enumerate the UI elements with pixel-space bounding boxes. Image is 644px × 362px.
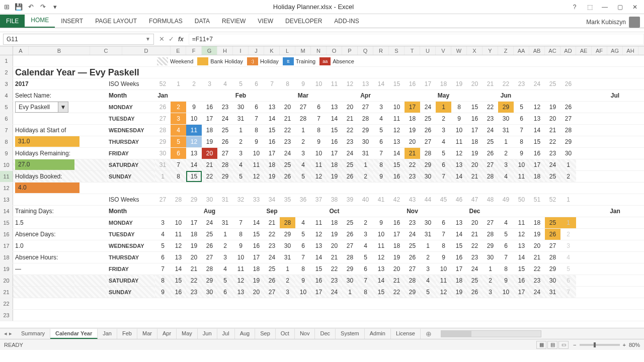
cell[interactable] — [74, 206, 107, 217]
cell[interactable] — [74, 78, 107, 89]
cell[interactable]: 9 — [295, 275, 311, 286]
formula-bar[interactable]: =F11+7 — [189, 34, 644, 45]
cell[interactable]: 15 — [529, 136, 545, 147]
cell[interactable]: 27 — [155, 113, 171, 124]
cell[interactable]: 2 — [358, 217, 373, 228]
cell[interactable] — [74, 252, 107, 263]
cell[interactable] — [74, 159, 107, 170]
cell[interactable]: 2 — [498, 148, 514, 159]
cell[interactable]: 13 — [311, 240, 327, 251]
cell[interactable] — [74, 90, 107, 101]
cell[interactable]: 5 — [295, 229, 311, 240]
cell[interactable]: 11 — [451, 136, 467, 147]
cell[interactable]: 17 — [514, 287, 529, 298]
cell[interactable]: 30 — [342, 275, 358, 286]
cell[interactable]: 6 — [295, 240, 311, 251]
cell[interactable]: 26 — [217, 136, 233, 147]
cell[interactable] — [74, 113, 107, 124]
cell[interactable]: 31 — [155, 159, 171, 170]
cell[interactable]: 8 — [171, 171, 186, 182]
cell[interactable]: 5 — [358, 252, 373, 263]
cell[interactable]: 16 — [529, 148, 545, 159]
row-header[interactable]: 4 — [0, 90, 13, 101]
row-header[interactable]: 10 — [0, 159, 13, 170]
cell[interactable]: 22 — [482, 102, 498, 113]
cell[interactable]: 14 — [249, 217, 264, 228]
cell[interactable]: 16 — [514, 275, 529, 286]
cell[interactable]: 7 — [560, 287, 576, 298]
cell[interactable]: 25 — [482, 136, 498, 147]
cell[interactable]: 7 — [358, 275, 373, 286]
cell[interactable]: 30 — [498, 113, 514, 124]
cell[interactable]: 14 — [171, 263, 186, 275]
cell[interactable]: 7 — [514, 125, 529, 136]
cell[interactable]: 12 — [186, 136, 202, 147]
cell[interactable]: 15 — [389, 159, 405, 170]
cell[interactable]: 28 — [482, 171, 498, 182]
cell[interactable]: 23 — [280, 136, 295, 147]
cell[interactable]: 9 — [373, 171, 389, 182]
cell[interactable]: 4 — [233, 159, 249, 170]
cell[interactable]: 10 — [249, 148, 264, 159]
maximize-icon[interactable]: ▢ — [613, 2, 627, 12]
cell[interactable]: 27 — [295, 102, 311, 113]
cell[interactable]: 12 — [311, 171, 327, 182]
col-header[interactable]: AH — [623, 46, 638, 55]
sheet-tab[interactable]: Summary — [16, 329, 50, 339]
cell[interactable]: 11 — [249, 159, 264, 170]
cell[interactable]: 4 — [373, 113, 389, 124]
cell[interactable]: 20 — [545, 113, 560, 124]
col-header[interactable]: V — [436, 46, 451, 55]
col-header[interactable]: P — [342, 46, 358, 55]
cell[interactable]: 17 — [389, 229, 405, 240]
cell[interactable]: 23 — [264, 240, 280, 251]
cell[interactable]: 25 — [342, 217, 358, 228]
cell[interactable]: 21 — [264, 217, 280, 228]
cell[interactable] — [74, 194, 107, 205]
ribbon-tab-home[interactable]: HOME — [25, 14, 55, 28]
row-header[interactable]: 20 — [0, 275, 13, 286]
cell[interactable]: 30 — [202, 287, 217, 298]
cell[interactable]: 28 — [545, 252, 560, 263]
cell[interactable]: 2 — [560, 171, 576, 182]
cell[interactable]: 29 — [155, 136, 171, 147]
row-header[interactable]: 12 — [0, 183, 13, 194]
cell[interactable]: 17 — [529, 159, 545, 170]
cell[interactable]: 23 — [467, 252, 482, 263]
cell[interactable]: 28 — [280, 217, 295, 228]
cell[interactable]: 27 — [482, 217, 498, 228]
cell[interactable]: 11 — [233, 263, 249, 275]
cell[interactable]: 2 — [171, 102, 186, 113]
col-header[interactable]: Q — [358, 46, 373, 55]
cell[interactable]: 27 — [342, 240, 358, 251]
cell[interactable]: 24 — [420, 102, 436, 113]
cell[interactable]: 16 — [389, 217, 405, 228]
cell[interactable]: 30 — [358, 136, 373, 147]
cell[interactable]: 11 — [514, 171, 529, 182]
cell[interactable]: 29 — [482, 240, 498, 251]
cell[interactable]: 21 — [467, 171, 482, 182]
sheet-tab[interactable]: Sep — [255, 329, 276, 339]
cell[interactable]: 15 — [264, 125, 280, 136]
cell[interactable]: 21 — [467, 229, 482, 240]
row-header[interactable]: 9 — [0, 148, 13, 159]
cell[interactable]: 27 — [202, 252, 217, 263]
cell[interactable]: 17 — [249, 252, 264, 263]
col-header[interactable]: B — [29, 46, 90, 55]
cell[interactable]: 19 — [327, 229, 342, 240]
row-header[interactable]: 19 — [0, 263, 13, 275]
cell[interactable]: 29 — [420, 159, 436, 170]
cell[interactable]: 1 — [560, 159, 576, 170]
cell[interactable]: 16 — [249, 240, 264, 251]
cell[interactable]: 6 — [373, 136, 389, 147]
sheet-tab[interactable]: License — [391, 329, 421, 339]
cell[interactable]: 24 — [217, 113, 233, 124]
cell[interactable]: 13 — [514, 240, 529, 251]
cell[interactable]: 24 — [482, 125, 498, 136]
cell[interactable]: 12 — [514, 229, 529, 240]
cell[interactable]: 26 — [467, 287, 482, 298]
cell[interactable]: 17 — [451, 263, 467, 275]
cell[interactable]: 17 — [202, 113, 217, 124]
sheet-tab[interactable]: Jul — [217, 329, 235, 339]
cell[interactable]: 18 — [389, 240, 405, 251]
